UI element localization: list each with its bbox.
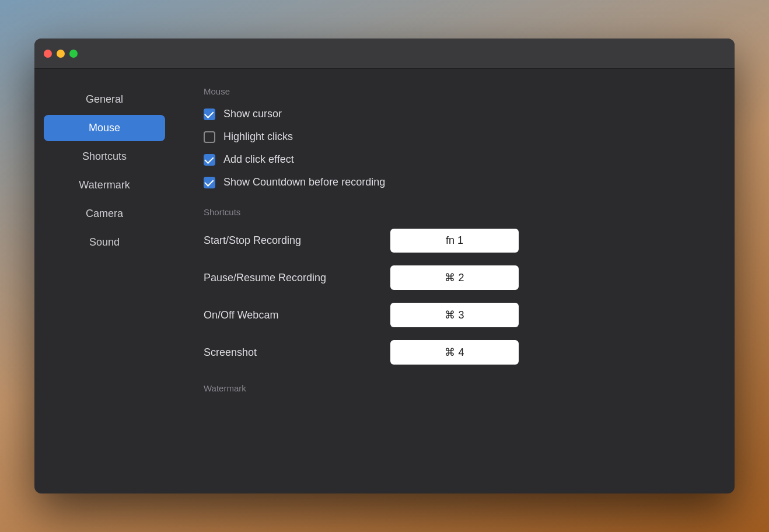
content-area: GeneralMouseShortcutsWatermarkCameraSoun…	[34, 69, 735, 494]
sidebar-item-shortcuts[interactable]: Shortcuts	[44, 144, 165, 170]
shortcut-row-webcam: On/Off Webcam⌘ 3	[204, 303, 705, 327]
settings-window: GeneralMouseShortcutsWatermarkCameraSoun…	[34, 38, 735, 494]
option-label-highlight-clicks: Highlight clicks	[223, 131, 293, 143]
sidebar-item-camera[interactable]: Camera	[44, 201, 165, 227]
close-button[interactable]	[44, 50, 52, 58]
checkbox-add-click-effect[interactable]	[204, 154, 215, 166]
traffic-lights	[44, 50, 78, 58]
main-panel: MouseShow cursorHighlight clicksAdd clic…	[174, 69, 735, 494]
watermark-section: Watermark	[204, 383, 705, 393]
maximize-button[interactable]	[69, 50, 78, 58]
checkbox-show-countdown[interactable]	[204, 177, 215, 188]
option-label-show-countdown: Show Countdown before recording	[223, 176, 385, 188]
checkbox-show-cursor[interactable]	[204, 108, 215, 120]
shortcuts-section: ShortcutsStart/Stop Recordingfn 1Pause/R…	[204, 207, 705, 365]
shortcut-key-screenshot[interactable]: ⌘ 4	[390, 340, 519, 365]
option-row-highlight-clicks: Highlight clicks	[204, 131, 705, 143]
checkbox-highlight-clicks[interactable]	[204, 131, 215, 143]
minimize-button[interactable]	[57, 50, 65, 58]
option-row-show-countdown: Show Countdown before recording	[204, 176, 705, 188]
watermark-section-title: Watermark	[204, 383, 705, 393]
shortcut-label-start-stop: Start/Stop Recording	[204, 235, 390, 247]
option-row-show-cursor: Show cursor	[204, 108, 705, 120]
shortcut-row-start-stop: Start/Stop Recordingfn 1	[204, 229, 705, 253]
sidebar-item-mouse[interactable]: Mouse	[44, 115, 165, 141]
shortcut-row-screenshot: Screenshot⌘ 4	[204, 340, 705, 365]
shortcut-label-webcam: On/Off Webcam	[204, 309, 390, 321]
titlebar	[34, 38, 735, 69]
shortcut-key-webcam[interactable]: ⌘ 3	[390, 303, 519, 327]
sidebar-item-watermark[interactable]: Watermark	[44, 172, 165, 198]
shortcut-row-pause-resume: Pause/Resume Recording⌘ 2	[204, 265, 705, 290]
mouse-section-title: Mouse	[204, 86, 705, 96]
shortcut-key-start-stop[interactable]: fn 1	[390, 229, 519, 253]
shortcut-key-pause-resume[interactable]: ⌘ 2	[390, 265, 519, 290]
shortcuts-section-title: Shortcuts	[204, 207, 705, 217]
sidebar-item-sound[interactable]: Sound	[44, 229, 165, 256]
sidebar-item-general[interactable]: General	[44, 86, 165, 113]
option-label-add-click-effect: Add click effect	[223, 153, 294, 166]
mouse-section: MouseShow cursorHighlight clicksAdd clic…	[204, 86, 705, 188]
option-row-add-click-effect: Add click effect	[204, 153, 705, 166]
shortcut-label-pause-resume: Pause/Resume Recording	[204, 272, 390, 284]
sidebar: GeneralMouseShortcutsWatermarkCameraSoun…	[34, 69, 174, 494]
shortcut-label-screenshot: Screenshot	[204, 346, 390, 359]
option-label-show-cursor: Show cursor	[223, 108, 282, 120]
